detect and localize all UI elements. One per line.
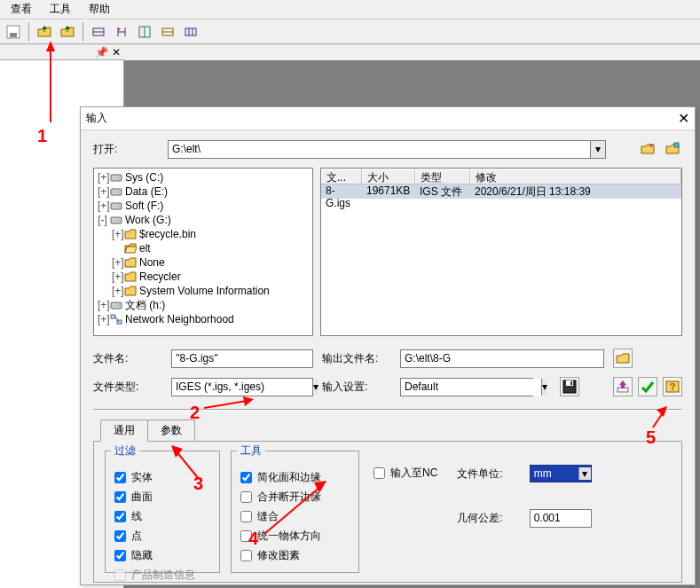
chk-simplify[interactable]: 简化面和边缘 <box>240 467 350 487</box>
tree-item[interactable]: [+]Network Neighborhood <box>96 312 311 326</box>
tool-icon-e[interactable] <box>180 21 201 43</box>
tool-icon-c[interactable] <box>134 21 155 43</box>
tree-item[interactable]: [+]None <box>96 255 311 270</box>
open-path-input[interactable] <box>169 141 590 158</box>
chk-surface[interactable]: 曲面 <box>114 487 210 506</box>
tab-general[interactable]: 通用 <box>100 419 148 442</box>
tol-input[interactable] <box>530 509 592 528</box>
dialog-close-icon[interactable]: ✕ <box>678 110 689 127</box>
svg-rect-45 <box>621 384 625 388</box>
pin-icon[interactable]: 📌 <box>95 46 108 59</box>
tree-item[interactable]: [+]$recycle.bin <box>96 227 311 241</box>
filter-title: 过滤 <box>111 443 139 459</box>
svg-rect-26 <box>111 217 122 223</box>
help-icon[interactable]: ? <box>663 377 682 396</box>
tabs: 通用 参数 <box>93 419 682 441</box>
filter-group: 过滤 实体 曲面 线 点 隐藏 产品制造信息 <box>105 451 220 573</box>
dialog-titlebar: 输入 ✕ <box>81 107 695 130</box>
chk-point[interactable]: 点 <box>114 526 210 545</box>
filetype-combo[interactable]: ▾ <box>171 378 313 396</box>
chevron-down-icon[interactable]: ▾ <box>541 379 547 396</box>
chevron-down-icon[interactable]: ▾ <box>590 141 605 158</box>
svg-rect-1 <box>10 33 17 37</box>
col-type[interactable]: 类型 <box>415 169 470 184</box>
chevron-down-icon: ▾ <box>578 467 591 480</box>
tree-item[interactable]: [+]System Volume Information <box>96 284 311 298</box>
svg-rect-36 <box>111 315 115 318</box>
file-list[interactable]: 文... 大小 类型 修改 8-G.igs 19671KB IGS 文件 202… <box>320 168 682 336</box>
menubar: 查看 工具 帮助 <box>0 0 700 20</box>
svg-rect-23 <box>118 192 120 192</box>
save-settings-icon[interactable] <box>560 377 579 396</box>
tool-icon-d[interactable] <box>157 21 178 43</box>
output-input[interactable] <box>400 349 604 368</box>
open-icon-1[interactable] <box>34 21 55 43</box>
ok-button[interactable] <box>638 377 657 396</box>
tree-item[interactable]: [+]Data (E:) <box>96 184 311 199</box>
chk-solid[interactable]: 实体 <box>114 467 210 487</box>
svg-marker-39 <box>617 354 629 363</box>
insettings-value[interactable] <box>401 379 541 396</box>
tool-icon-b[interactable] <box>111 21 132 43</box>
tree-item[interactable]: elt <box>96 241 311 255</box>
svg-marker-30 <box>125 247 137 253</box>
tree-item[interactable]: [+]Soft (F:) <box>96 199 311 213</box>
filename-input[interactable] <box>171 349 313 368</box>
open-icon-2[interactable] <box>57 21 78 43</box>
output-browse-icon[interactable] <box>613 349 633 368</box>
tree-item[interactable]: [+]Recycler <box>96 270 311 284</box>
insettings-label: 输入设置: <box>322 380 391 395</box>
svg-rect-35 <box>118 305 120 306</box>
dialog-title: 输入 <box>86 111 107 126</box>
chk-stitch[interactable]: 合并断开边缘 <box>240 487 350 506</box>
tree-item[interactable]: [+]文档 (h:) <box>96 298 311 312</box>
insettings-combo[interactable]: ▾ <box>400 378 533 396</box>
folder-browse-icon[interactable] <box>638 139 657 159</box>
svg-text:?: ? <box>670 381 676 392</box>
svg-rect-19 <box>674 143 679 147</box>
chevron-down-icon[interactable]: ▾ <box>312 379 319 396</box>
svg-rect-24 <box>111 203 122 209</box>
svg-rect-25 <box>118 206 120 207</box>
tree-item[interactable]: [-]Work (G:) <box>96 213 311 227</box>
folder-tree[interactable]: [+]Sys (C:)[+]Data (E:)[+]Soft (F:)[-]Wo… <box>93 168 313 336</box>
chk-fix[interactable]: 修改图素 <box>240 545 350 565</box>
col-size[interactable]: 大小 <box>362 169 415 184</box>
tree-item[interactable]: [+]Sys (C:) <box>96 170 311 184</box>
svg-rect-42 <box>570 381 572 385</box>
filetype-label: 文件类型: <box>93 380 162 395</box>
upload-icon[interactable] <box>613 377 633 396</box>
import-dialog: 输入 ✕ 打开: ▾ [+]Sys (C:)[+]Data (E:)[+]Sof… <box>80 106 696 585</box>
svg-rect-27 <box>118 220 120 221</box>
svg-rect-22 <box>111 189 122 195</box>
chk-curve[interactable]: 线 <box>114 506 210 526</box>
col-mod[interactable]: 修改 <box>470 169 681 184</box>
tools-title: 工具 <box>237 443 265 459</box>
chk-sew[interactable]: 缝合 <box>240 506 350 526</box>
filetype-value[interactable] <box>172 379 312 396</box>
close-icon[interactable]: ✕ <box>112 46 121 59</box>
menu-tools[interactable]: 工具 <box>41 0 80 19</box>
tol-label: 几何公差: <box>457 511 502 526</box>
chk-unify[interactable]: 统一物体方向 <box>240 526 350 545</box>
svg-rect-20 <box>111 175 122 181</box>
folder-browse2-icon[interactable] <box>663 139 682 159</box>
tools-group: 工具 简化面和边缘 合并断开边缘 缝合 统一物体方向 修改图素 <box>231 451 359 573</box>
open-path-combo[interactable]: ▾ <box>168 140 606 159</box>
chk-input-nc[interactable]: 输入至NC <box>374 463 437 482</box>
save-icon[interactable] <box>3 21 24 43</box>
unit-select[interactable]: mm▾ <box>530 465 592 482</box>
svg-marker-28 <box>125 230 136 239</box>
output-label: 输出文件名: <box>322 351 391 366</box>
svg-rect-13 <box>185 28 196 35</box>
menu-view[interactable]: 查看 <box>2 0 41 19</box>
col-name[interactable]: 文... <box>321 169 362 184</box>
tab-params[interactable]: 参数 <box>147 419 195 441</box>
file-row[interactable]: 8-G.igs 19671KB IGS 文件 2020/6/21/周日 13:1… <box>321 184 681 199</box>
svg-rect-34 <box>111 302 122 309</box>
tool-icon-a[interactable] <box>88 21 109 43</box>
unit-label: 文件单位: <box>457 466 502 482</box>
tab-body: 过滤 实体 曲面 线 点 隐藏 产品制造信息 工具 简化面和边缘 合并断开边缘 … <box>93 441 682 583</box>
chk-hidden[interactable]: 隐藏 <box>114 545 210 565</box>
menu-help[interactable]: 帮助 <box>80 0 119 19</box>
